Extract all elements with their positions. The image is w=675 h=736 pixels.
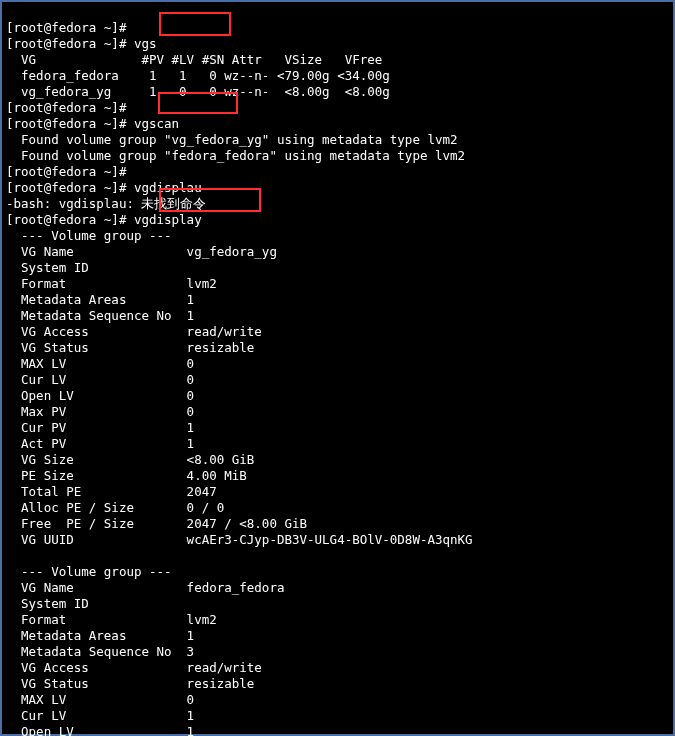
cmd-vgscan: vgscan — [134, 116, 179, 131]
vg-field: VG Status resizable — [6, 676, 254, 691]
vg-field: VG Size <8.00 GiB — [6, 452, 254, 467]
vg-field: MAX LV 0 — [6, 356, 194, 371]
vg-field: Open LV 1 — [6, 724, 194, 736]
vg-field: Alloc PE / Size 0 / 0 — [6, 500, 224, 515]
vg-field: PE Size 4.00 MiB — [6, 468, 247, 483]
prompt-line: [root@fedora ~]# — [6, 212, 134, 227]
vg-field: Metadata Sequence No 3 — [6, 644, 194, 659]
vg-field: Metadata Areas 1 — [6, 292, 194, 307]
vg-field: Format lvm2 — [6, 612, 217, 627]
vg-field: Open LV 0 — [6, 388, 194, 403]
vg-field: Total PE 2047 — [6, 484, 217, 499]
cmd-typo: vgdisplau — [134, 180, 202, 195]
prompt-line: [root@fedora ~]# — [6, 164, 126, 179]
vg-field: System ID — [6, 596, 89, 611]
vg-header: --- Volume group --- — [6, 564, 172, 579]
prompt-line: [root@fedora ~]# — [6, 100, 126, 115]
vg-field: Free PE / Size 2047 / <8.00 GiB — [6, 516, 307, 531]
vg-field: VG UUID wcAEr3-CJyp-DB3V-ULG4-BOlV-0D8W-… — [6, 532, 473, 547]
prompt-line: [root@fedora ~]# — [6, 20, 126, 35]
vg-field: Act PV 1 — [6, 436, 194, 451]
prompt-line: [root@fedora ~]# — [6, 180, 134, 195]
vg-field: Cur LV 0 — [6, 372, 194, 387]
terminal-window[interactable]: [root@fedora ~]# [root@fedora ~]# vgs VG… — [0, 0, 675, 736]
cmd-vgdisplay: vgdisplay — [134, 212, 202, 227]
vg-field: VG Access read/write — [6, 324, 262, 339]
vgs-row: vg_fedora_yg 1 0 0 wz--n- <8.00g <8.00g — [6, 84, 390, 99]
vg-field: MAX LV 0 — [6, 692, 194, 707]
vg-field: Metadata Sequence No 1 — [6, 308, 194, 323]
vg-field: Cur LV 1 — [6, 708, 194, 723]
vg-field: Metadata Areas 1 — [6, 628, 194, 643]
error-output: -bash: vgdisplau: 未找到命令 — [6, 196, 206, 211]
vg-field: VG Access read/write — [6, 660, 262, 675]
vg-header: --- Volume group --- — [6, 228, 172, 243]
vg-field: System ID — [6, 260, 89, 275]
vgs-row: fedora_fedora 1 1 0 wz--n- <79.00g <34.0… — [6, 68, 390, 83]
vg-field: VG Name vg_fedora_yg — [6, 244, 277, 259]
cmd-vgs: vgs — [134, 36, 157, 51]
vgscan-output: Found volume group "fedora_fedora" using… — [6, 148, 465, 163]
prompt-line: [root@fedora ~]# — [6, 116, 134, 131]
vg-field: Max PV 0 — [6, 404, 194, 419]
blank-line — [6, 548, 14, 563]
highlight-vgs — [159, 12, 231, 36]
prompt-line: [root@fedora ~]# — [6, 36, 134, 51]
vg-field: VG Status resizable — [6, 340, 254, 355]
vg-field: Format lvm2 — [6, 276, 217, 291]
vgs-header: VG #PV #LV #SN Attr VSize VFree — [6, 52, 382, 67]
vg-field: VG Name fedora_fedora — [6, 580, 284, 595]
vgscan-output: Found volume group "vg_fedora_yg" using … — [6, 132, 458, 147]
vg-field: Cur PV 1 — [6, 420, 194, 435]
